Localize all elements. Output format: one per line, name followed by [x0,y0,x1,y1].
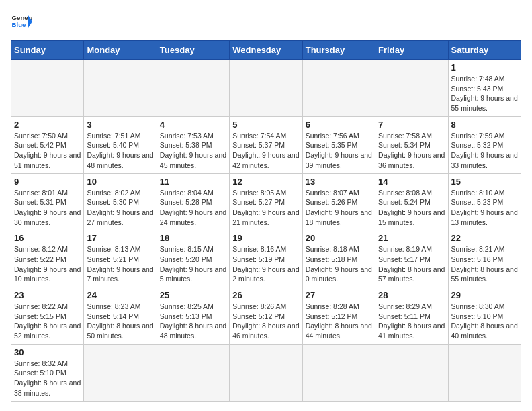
day-number: 17 [87,233,153,243]
day-number: 20 [306,233,372,243]
calendar-cell [84,60,157,117]
calendar-cell [157,344,229,401]
day-info: Sunrise: 8:19 AM Sunset: 5:17 PM Dayligh… [378,244,445,284]
day-number: 5 [232,120,299,130]
calendar-cell: 22Sunrise: 8:21 AM Sunset: 5:16 PM Dayli… [448,230,521,287]
day-number: 23 [14,290,81,300]
calendar-cell: 15Sunrise: 8:10 AM Sunset: 5:23 PM Dayli… [448,173,521,230]
day-number: 12 [232,177,299,187]
day-number: 11 [160,177,226,187]
day-info: Sunrise: 8:23 AM Sunset: 5:14 PM Dayligh… [87,302,153,341]
day-number: 21 [378,233,445,243]
calendar-week-4: 23Sunrise: 8:22 AM Sunset: 5:15 PM Dayli… [11,287,521,345]
day-info: Sunrise: 7:48 AM Sunset: 5:43 PM Dayligh… [451,74,518,113]
day-number: 14 [378,177,445,187]
day-number: 2 [14,120,81,130]
day-number: 13 [306,177,372,187]
day-number: 27 [306,290,372,300]
header-wednesday: Wednesday [230,41,302,60]
calendar-cell: 9Sunrise: 8:01 AM Sunset: 5:31 PM Daylig… [11,173,84,230]
day-info: Sunrise: 8:30 AM Sunset: 5:10 PM Dayligh… [451,302,518,341]
header-thursday: Thursday [302,41,375,60]
calendar-cell: 14Sunrise: 8:08 AM Sunset: 5:24 PM Dayli… [375,173,448,230]
day-number: 9 [14,177,81,187]
calendar-cell: 21Sunrise: 8:19 AM Sunset: 5:17 PM Dayli… [375,230,448,287]
day-info: Sunrise: 8:07 AM Sunset: 5:26 PM Dayligh… [306,188,372,228]
calendar-cell: 2Sunrise: 7:50 AM Sunset: 5:42 PM Daylig… [11,116,84,173]
calendar-cell: 17Sunrise: 8:13 AM Sunset: 5:21 PM Dayli… [84,230,157,287]
day-number: 4 [160,120,226,130]
day-number: 26 [232,290,299,300]
logo: General Blue [11,11,32,32]
calendar-cell: 4Sunrise: 7:53 AM Sunset: 5:38 PM Daylig… [157,116,229,173]
calendar: SundayMondayTuesdayWednesdayThursdayFrid… [11,40,521,402]
day-number: 6 [306,120,372,130]
calendar-cell: 10Sunrise: 8:02 AM Sunset: 5:30 PM Dayli… [84,173,157,230]
calendar-week-5: 30Sunrise: 8:32 AM Sunset: 5:10 PM Dayli… [11,344,521,401]
day-number: 24 [87,290,153,300]
day-number: 19 [232,233,299,243]
day-info: Sunrise: 8:18 AM Sunset: 5:18 PM Dayligh… [306,244,372,284]
header: General Blue [11,11,521,32]
day-info: Sunrise: 8:05 AM Sunset: 5:27 PM Dayligh… [232,188,299,228]
calendar-cell: 25Sunrise: 8:25 AM Sunset: 5:13 PM Dayli… [157,287,229,345]
calendar-cell: 28Sunrise: 8:29 AM Sunset: 5:11 PM Dayli… [375,287,448,345]
calendar-cell: 11Sunrise: 8:04 AM Sunset: 5:28 PM Dayli… [157,173,229,230]
day-info: Sunrise: 7:59 AM Sunset: 5:32 PM Dayligh… [451,131,518,171]
calendar-cell: 20Sunrise: 8:18 AM Sunset: 5:18 PM Dayli… [302,230,375,287]
calendar-cell: 12Sunrise: 8:05 AM Sunset: 5:27 PM Dayli… [230,173,302,230]
day-info: Sunrise: 8:04 AM Sunset: 5:28 PM Dayligh… [160,188,226,228]
day-info: Sunrise: 8:22 AM Sunset: 5:15 PM Dayligh… [14,302,81,341]
calendar-cell: 23Sunrise: 8:22 AM Sunset: 5:15 PM Dayli… [11,287,84,345]
day-info: Sunrise: 8:01 AM Sunset: 5:31 PM Dayligh… [14,188,81,228]
calendar-cell: 29Sunrise: 8:30 AM Sunset: 5:10 PM Dayli… [448,287,521,345]
day-info: Sunrise: 8:28 AM Sunset: 5:12 PM Dayligh… [306,302,372,341]
day-info: Sunrise: 7:51 AM Sunset: 5:40 PM Dayligh… [87,131,153,171]
logo-icon: General Blue [11,11,32,32]
day-info: Sunrise: 8:08 AM Sunset: 5:24 PM Dayligh… [378,188,445,228]
calendar-cell: 13Sunrise: 8:07 AM Sunset: 5:26 PM Dayli… [302,173,375,230]
calendar-cell: 30Sunrise: 8:32 AM Sunset: 5:10 PM Dayli… [11,344,84,401]
day-info: Sunrise: 8:10 AM Sunset: 5:23 PM Dayligh… [451,188,518,228]
day-info: Sunrise: 8:02 AM Sunset: 5:30 PM Dayligh… [87,188,153,228]
day-number: 10 [87,177,153,187]
calendar-cell [11,60,84,117]
day-info: Sunrise: 7:53 AM Sunset: 5:38 PM Dayligh… [160,131,226,171]
day-info: Sunrise: 8:32 AM Sunset: 5:10 PM Dayligh… [14,359,81,398]
day-info: Sunrise: 8:25 AM Sunset: 5:13 PM Dayligh… [160,302,226,341]
calendar-week-0: 1Sunrise: 7:48 AM Sunset: 5:43 PM Daylig… [11,60,521,117]
day-info: Sunrise: 8:16 AM Sunset: 5:19 PM Dayligh… [232,244,299,284]
day-info: Sunrise: 7:50 AM Sunset: 5:42 PM Dayligh… [14,131,81,171]
day-info: Sunrise: 8:12 AM Sunset: 5:22 PM Dayligh… [14,244,81,284]
header-tuesday: Tuesday [157,41,229,60]
calendar-cell: 16Sunrise: 8:12 AM Sunset: 5:22 PM Dayli… [11,230,84,287]
calendar-cell: 18Sunrise: 8:15 AM Sunset: 5:20 PM Dayli… [157,230,229,287]
header-monday: Monday [84,41,157,60]
day-number: 8 [451,120,518,130]
day-number: 15 [451,177,518,187]
calendar-cell [302,60,375,117]
day-number: 7 [378,120,445,130]
calendar-cell [230,60,302,117]
calendar-cell: 24Sunrise: 8:23 AM Sunset: 5:14 PM Dayli… [84,287,157,345]
calendar-cell: 26Sunrise: 8:26 AM Sunset: 5:12 PM Dayli… [230,287,302,345]
header-sunday: Sunday [11,41,84,60]
calendar-week-3: 16Sunrise: 8:12 AM Sunset: 5:22 PM Dayli… [11,230,521,287]
day-number: 28 [378,290,445,300]
calendar-cell: 5Sunrise: 7:54 AM Sunset: 5:37 PM Daylig… [230,116,302,173]
day-info: Sunrise: 8:13 AM Sunset: 5:21 PM Dayligh… [87,244,153,284]
calendar-cell: 7Sunrise: 7:58 AM Sunset: 5:34 PM Daylig… [375,116,448,173]
day-number: 22 [451,233,518,243]
header-saturday: Saturday [448,41,521,60]
calendar-cell: 1Sunrise: 7:48 AM Sunset: 5:43 PM Daylig… [448,60,521,117]
day-number: 29 [451,290,518,300]
day-info: Sunrise: 7:56 AM Sunset: 5:35 PM Dayligh… [306,131,372,171]
calendar-cell: 6Sunrise: 7:56 AM Sunset: 5:35 PM Daylig… [302,116,375,173]
calendar-header-row: SundayMondayTuesdayWednesdayThursdayFrid… [11,41,521,60]
calendar-cell: 3Sunrise: 7:51 AM Sunset: 5:40 PM Daylig… [84,116,157,173]
calendar-cell [448,344,521,401]
day-info: Sunrise: 8:21 AM Sunset: 5:16 PM Dayligh… [451,244,518,284]
calendar-cell [84,344,157,401]
calendar-cell [302,344,375,401]
day-number: 3 [87,120,153,130]
